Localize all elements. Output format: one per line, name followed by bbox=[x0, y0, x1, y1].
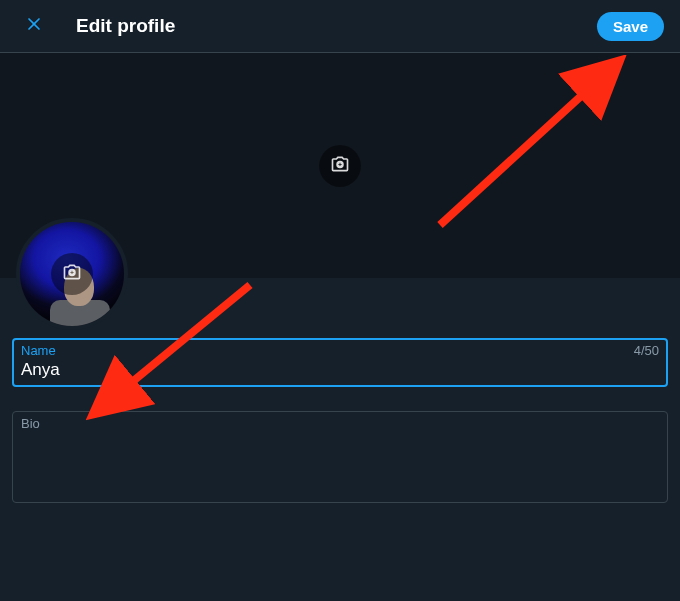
change-banner-button[interactable] bbox=[319, 145, 361, 187]
save-button[interactable]: Save bbox=[597, 12, 664, 41]
modal-header: Edit profile Save bbox=[0, 0, 680, 53]
avatar bbox=[16, 218, 128, 330]
page-title: Edit profile bbox=[76, 15, 597, 37]
camera-icon bbox=[62, 262, 82, 286]
avatar-container bbox=[16, 218, 128, 330]
close-button[interactable] bbox=[16, 8, 52, 44]
bio-field[interactable]: Bio bbox=[12, 411, 668, 503]
name-input[interactable] bbox=[21, 358, 659, 380]
name-label: Name bbox=[21, 343, 56, 358]
change-avatar-button[interactable] bbox=[51, 253, 93, 295]
name-counter: 4/50 bbox=[634, 343, 659, 358]
close-icon bbox=[24, 14, 44, 38]
bio-input[interactable] bbox=[21, 431, 659, 491]
camera-icon bbox=[330, 154, 350, 178]
name-field[interactable]: Name 4/50 bbox=[12, 338, 668, 387]
bio-label: Bio bbox=[21, 416, 40, 431]
